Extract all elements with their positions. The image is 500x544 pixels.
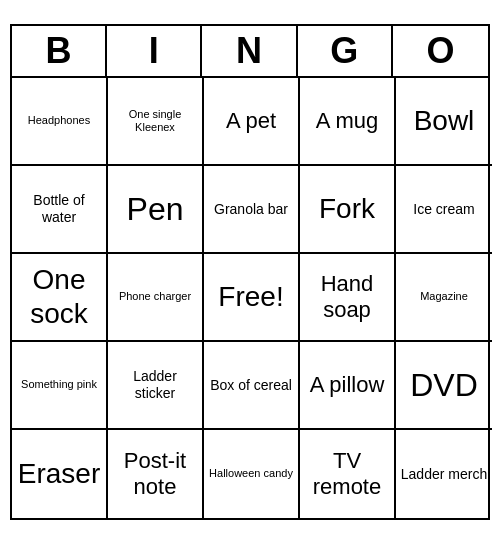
cell-text-6: Pen	[127, 190, 184, 228]
bingo-cell-22[interactable]: Halloween candy	[204, 430, 300, 518]
cell-text-12: Free!	[218, 280, 283, 314]
bingo-cell-10[interactable]: One sock	[12, 254, 108, 342]
cell-text-10: One sock	[16, 263, 102, 330]
bingo-cell-17[interactable]: Box of cereal	[204, 342, 300, 430]
cell-text-14: Magazine	[420, 290, 468, 303]
cell-text-20: Eraser	[18, 457, 100, 491]
cell-text-4: Bowl	[414, 104, 475, 138]
cell-text-5: Bottle of water	[16, 192, 102, 226]
bingo-cell-2[interactable]: A pet	[204, 78, 300, 166]
bingo-cell-11[interactable]: Phone charger	[108, 254, 204, 342]
bingo-cell-20[interactable]: Eraser	[12, 430, 108, 518]
bingo-cell-3[interactable]: A mug	[300, 78, 396, 166]
cell-text-17: Box of cereal	[210, 377, 292, 394]
header-letter-O: O	[393, 26, 488, 76]
cell-text-18: A pillow	[310, 372, 385, 398]
cell-text-7: Granola bar	[214, 201, 288, 218]
bingo-cell-13[interactable]: Hand soap	[300, 254, 396, 342]
cell-text-19: DVD	[410, 366, 478, 404]
bingo-cell-5[interactable]: Bottle of water	[12, 166, 108, 254]
cell-text-1: One single Kleenex	[112, 108, 198, 134]
bingo-cell-4[interactable]: Bowl	[396, 78, 492, 166]
cell-text-22: Halloween candy	[209, 467, 293, 480]
bingo-cell-0[interactable]: Headphones	[12, 78, 108, 166]
bingo-cell-19[interactable]: DVD	[396, 342, 492, 430]
cell-text-8: Fork	[319, 192, 375, 226]
bingo-cell-12[interactable]: Free!	[204, 254, 300, 342]
bingo-header: BINGO	[12, 26, 488, 78]
bingo-cell-7[interactable]: Granola bar	[204, 166, 300, 254]
cell-text-21: Post-it note	[112, 448, 198, 501]
bingo-cell-9[interactable]: Ice cream	[396, 166, 492, 254]
cell-text-11: Phone charger	[119, 290, 191, 303]
header-letter-G: G	[298, 26, 393, 76]
bingo-grid: HeadphonesOne single KleenexA petA mugBo…	[12, 78, 488, 518]
cell-text-9: Ice cream	[413, 201, 474, 218]
header-letter-N: N	[202, 26, 297, 76]
bingo-cell-23[interactable]: TV remote	[300, 430, 396, 518]
cell-text-24: Ladder merch	[401, 466, 487, 483]
bingo-card: BINGO HeadphonesOne single KleenexA petA…	[10, 24, 490, 520]
bingo-cell-16[interactable]: Ladder sticker	[108, 342, 204, 430]
bingo-cell-21[interactable]: Post-it note	[108, 430, 204, 518]
cell-text-13: Hand soap	[304, 271, 390, 324]
bingo-cell-1[interactable]: One single Kleenex	[108, 78, 204, 166]
cell-text-15: Something pink	[21, 378, 97, 391]
cell-text-0: Headphones	[28, 114, 90, 127]
cell-text-16: Ladder sticker	[112, 368, 198, 402]
bingo-cell-18[interactable]: A pillow	[300, 342, 396, 430]
cell-text-2: A pet	[226, 108, 276, 134]
bingo-cell-8[interactable]: Fork	[300, 166, 396, 254]
header-letter-I: I	[107, 26, 202, 76]
cell-text-23: TV remote	[304, 448, 390, 501]
cell-text-3: A mug	[316, 108, 378, 134]
bingo-cell-6[interactable]: Pen	[108, 166, 204, 254]
bingo-cell-14[interactable]: Magazine	[396, 254, 492, 342]
bingo-cell-24[interactable]: Ladder merch	[396, 430, 492, 518]
header-letter-B: B	[12, 26, 107, 76]
bingo-cell-15[interactable]: Something pink	[12, 342, 108, 430]
